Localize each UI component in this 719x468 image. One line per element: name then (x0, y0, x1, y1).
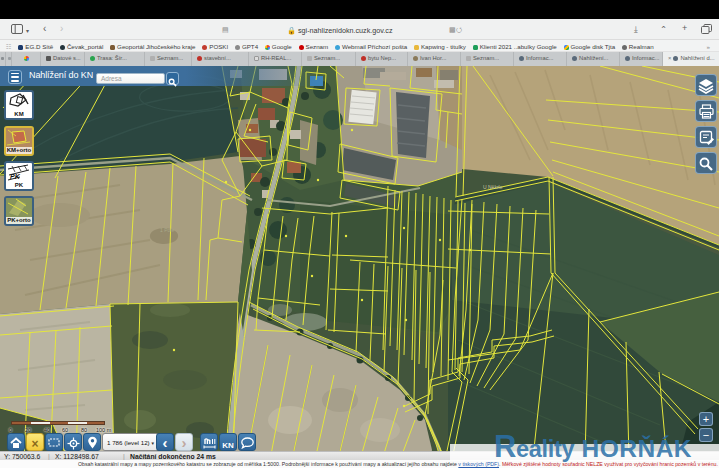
svg-text:U Někrle: U Někrle (483, 184, 503, 190)
svg-text:PK: PK (10, 173, 21, 180)
svg-text:1 Pole: 1 Pole (160, 227, 174, 233)
